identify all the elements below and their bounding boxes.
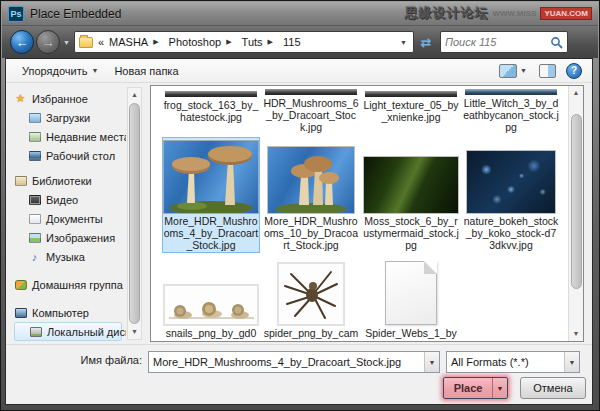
- breadcrumb-tuts[interactable]: Tuts: [242, 36, 263, 48]
- file-list-scrollbar[interactable]: ▲ ▼: [568, 86, 583, 341]
- sidebar-label: Изображения: [46, 232, 115, 244]
- format-combobox[interactable]: All Formats (*.*) ▼: [446, 351, 580, 373]
- forward-arrow-icon: →: [42, 35, 55, 50]
- mushrooms-thumbnail: [268, 147, 354, 213]
- recent-places-icon: [29, 132, 41, 142]
- dialog-footer: Имя файла: ▼ All Formats (*.*) ▼ Place ▼…: [6, 344, 592, 404]
- moss-thumbnail: [364, 157, 458, 213]
- photoshop-app-icon: Ps: [8, 6, 24, 22]
- thumbnail-cutoff: [265, 89, 357, 95]
- place-split-button[interactable]: Place ▼: [443, 377, 508, 399]
- breadcrumb-masha[interactable]: MASHA: [109, 36, 148, 48]
- views-icon: [499, 64, 517, 78]
- video-icon: [29, 195, 41, 205]
- sidebar-item-computer[interactable]: Компьютер: [14, 303, 126, 322]
- search-box[interactable]: [440, 31, 568, 53]
- address-bar[interactable]: « MASHA ▶ Photoshop ▶ Tuts ▶ 115 ▼: [74, 31, 414, 53]
- filename-dropdown-icon[interactable]: ▼: [424, 352, 439, 372]
- place-button[interactable]: Place: [444, 378, 492, 398]
- sidebar-item-desktop[interactable]: Рабочий стол: [14, 146, 126, 165]
- filename-combobox[interactable]: ▼: [148, 351, 440, 373]
- window-title: Place Embedded: [30, 7, 121, 21]
- breadcrumb-photoshop[interactable]: Photoshop: [169, 36, 222, 48]
- file-item-moss[interactable]: Moss_stock_6_by_rustymermaid_stock.jpg: [363, 138, 459, 252]
- sidebar-item-documents[interactable]: Документы: [14, 209, 126, 228]
- organize-button[interactable]: Упорядочить ▼: [14, 62, 106, 80]
- file-item-snails[interactable]: snails_png_by_gd08-d3ioxq6.png: [163, 258, 259, 342]
- file-name: Spider_Webs_1_by_frozenstocks.abr: [363, 327, 459, 342]
- file-item-bokeh[interactable]: nature_bokeh_stock_by_koko_stock-d73dkvv…: [463, 138, 559, 252]
- sidebar-label: Локальный диск: [47, 326, 126, 338]
- empty-cell: [463, 258, 559, 342]
- sidebar-label: Домашняя группа: [32, 279, 123, 291]
- new-folder-button[interactable]: Новая папка: [106, 62, 186, 80]
- downloads-icon: [29, 113, 41, 123]
- forward-button[interactable]: →: [36, 30, 60, 54]
- sidebar-label: Библиотеки: [32, 175, 92, 187]
- scrollbar-thumb[interactable]: [571, 114, 582, 289]
- file-name: HDR_Mushrooms_6_by_Dracoart_Stock.jpg: [263, 97, 359, 133]
- file-item-spider[interactable]: spider_png_by_camelfobia-d5ilc3s.png: [263, 258, 359, 342]
- scroll-down-icon[interactable]: ▼: [573, 327, 580, 341]
- format-value: All Formats (*.*): [447, 356, 564, 368]
- breadcrumb-overflow[interactable]: «: [98, 36, 104, 48]
- recent-pages-dropdown[interactable]: ▼: [63, 39, 70, 46]
- document-icon: [385, 261, 437, 325]
- sidebar-label: Документы: [46, 213, 103, 225]
- sidebar-item-local-disk[interactable]: Локальный диск: [14, 322, 122, 341]
- file-item-light-texture[interactable]: Light_texture_05_by_xnienke.jpg: [363, 88, 459, 132]
- sidebar-item-video[interactable]: Видео: [14, 190, 126, 209]
- file-item-mushrooms-10[interactable]: More_HDR_Mushrooms_10_by_Dracoart_Stock.…: [263, 138, 359, 252]
- sidebar-item-pictures[interactable]: Изображения: [14, 228, 126, 247]
- refresh-icon: ⇄: [420, 35, 431, 50]
- place-dropdown-icon[interactable]: ▼: [492, 378, 507, 398]
- navigation-bar: ← → ▼ « MASHA ▶ Photoshop ▶ Tuts ▶ 115 ▼…: [2, 26, 598, 58]
- file-name: Light_texture_05_by_xnienke.jpg: [363, 99, 459, 123]
- sidebar-label: Рабочий стол: [46, 150, 115, 162]
- watermark-url-text: WWW.MISS: [492, 9, 536, 18]
- sidebar-scrollbar[interactable]: ▲ ▼: [127, 87, 142, 340]
- sidebar-label: Избранное: [32, 93, 88, 105]
- cancel-button[interactable]: Отмена: [520, 377, 586, 399]
- search-input[interactable]: [445, 36, 550, 48]
- help-icon[interactable]: ?: [566, 63, 582, 79]
- sidebar-item-recent-places[interactable]: Недавние места: [14, 127, 126, 146]
- format-dropdown-icon[interactable]: ▼: [564, 352, 579, 372]
- scroll-down-icon[interactable]: ▼: [131, 325, 138, 339]
- scroll-up-icon[interactable]: ▲: [573, 86, 580, 100]
- file-item-mushrooms-4-selected[interactable]: More_HDR_Mushrooms_4_by_Dracoart_Stock.j…: [163, 138, 259, 252]
- file-item-frog[interactable]: frog_stock_163_by_hatestock.jpg: [163, 88, 259, 132]
- sidebar-item-libraries[interactable]: Библиотеки: [14, 171, 126, 190]
- homegroup-icon: [15, 280, 27, 290]
- filename-input[interactable]: [149, 356, 424, 368]
- file-item-spider-webs-abr[interactable]: Spider_Webs_1_by_frozenstocks.abr: [363, 258, 459, 342]
- scroll-up-icon[interactable]: ▲: [131, 88, 138, 102]
- refresh-button[interactable]: ⇄: [416, 31, 436, 53]
- organize-label: Упорядочить: [22, 65, 87, 77]
- file-grid: frog_stock_163_by_hatestock.jpg HDR_Mush…: [163, 88, 559, 342]
- disk-icon: [30, 327, 42, 337]
- sidebar-item-downloads[interactable]: Загрузки: [14, 108, 126, 127]
- back-button[interactable]: ←: [10, 30, 34, 54]
- watermark-url-red: YUAN.COM: [540, 7, 592, 20]
- change-view-button[interactable]: ▼: [497, 62, 529, 80]
- breadcrumb-115[interactable]: 115: [283, 36, 301, 48]
- address-dropdown-icon[interactable]: ▼: [398, 39, 409, 46]
- file-item-little-witch[interactable]: Little_Witch_3_by_deathbycanon_stock.jpg: [463, 88, 559, 132]
- music-icon: ♪: [28, 250, 41, 263]
- file-item-hdr-mushrooms-6[interactable]: HDR_Mushrooms_6_by_Dracoart_Stock.jpg: [263, 88, 359, 132]
- preview-pane-icon[interactable]: [539, 64, 556, 78]
- libraries-icon: [15, 176, 27, 186]
- breadcrumb-separator-icon: ▶: [153, 38, 158, 46]
- search-icon: [550, 36, 563, 49]
- sidebar-label: Недавние места: [46, 131, 126, 143]
- sidebar-item-music[interactable]: ♪ Музыка: [14, 247, 126, 266]
- sidebar-item-favorites[interactable]: ★ Избранное: [14, 89, 126, 108]
- star-icon: ★: [14, 92, 27, 105]
- pictures-icon: [29, 233, 41, 243]
- dialog-content: Упорядочить ▼ Новая папка ▼ ? ★ Избранно…: [5, 58, 593, 405]
- sidebar-item-homegroup[interactable]: Домашняя группа: [14, 275, 126, 294]
- new-folder-label: Новая папка: [114, 65, 178, 77]
- scrollbar-thumb[interactable]: [129, 103, 140, 324]
- file-name: Moss_stock_6_by_rustymermaid_stock.jpg: [363, 215, 459, 251]
